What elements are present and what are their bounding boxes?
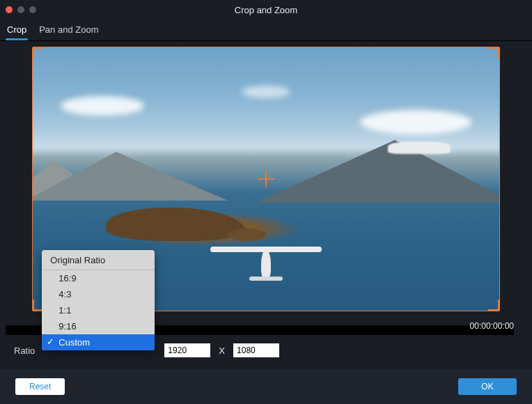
maximize-window-icon xyxy=(29,6,36,13)
tab-crop[interactable]: Crop xyxy=(7,24,26,39)
ok-button[interactable]: OK xyxy=(458,378,517,395)
footer: Reset OK xyxy=(0,369,532,404)
ratio-option-16-9[interactable]: 16:9 xyxy=(42,270,155,286)
airplane-decoration xyxy=(210,242,322,284)
crop-center-icon[interactable] xyxy=(258,171,274,187)
tabs: Crop Pan and Zoom xyxy=(0,20,532,39)
window-controls xyxy=(6,6,36,13)
ratio-option-9-16[interactable]: 9:16 xyxy=(42,318,155,334)
mountain-decoration xyxy=(32,152,228,201)
ratio-option-1-1[interactable]: 1:1 xyxy=(42,302,155,318)
close-window-icon[interactable] xyxy=(6,6,13,13)
titlebar: Crop and Zoom xyxy=(0,0,532,20)
ratio-option-4-3[interactable]: 4:3 xyxy=(42,286,155,302)
crop-handle-top-right[interactable] xyxy=(488,47,499,59)
mountain-decoration xyxy=(256,140,500,203)
cloud-decoration xyxy=(61,96,144,116)
cloud-decoration xyxy=(360,110,471,134)
minimize-window-icon xyxy=(17,6,24,13)
reset-button[interactable]: Reset xyxy=(15,378,65,395)
crop-handle-bottom-right[interactable] xyxy=(488,300,499,311)
timecode: 00:00:00:00 xyxy=(470,321,514,331)
tab-pan-and-zoom[interactable]: Pan and Zoom xyxy=(39,24,98,39)
island-decoration xyxy=(228,228,266,241)
dimension-separator: X xyxy=(217,345,226,356)
island-decoration xyxy=(106,208,245,241)
cloud-decoration xyxy=(242,86,290,98)
ratio-dropdown-menu: Original Ratio 16:9 4:3 1:1 9:16 Custom xyxy=(42,250,155,350)
crop-handle-top-left[interactable] xyxy=(33,47,44,59)
height-input[interactable] xyxy=(233,343,279,357)
width-input[interactable] xyxy=(164,343,210,357)
ratio-menu-header: Original Ratio xyxy=(42,250,155,270)
mountain-decoration xyxy=(388,141,451,154)
ratio-option-custom[interactable]: Custom xyxy=(42,334,155,350)
ratio-label: Ratio xyxy=(14,345,35,356)
window-title: Crop and Zoom xyxy=(235,5,297,15)
